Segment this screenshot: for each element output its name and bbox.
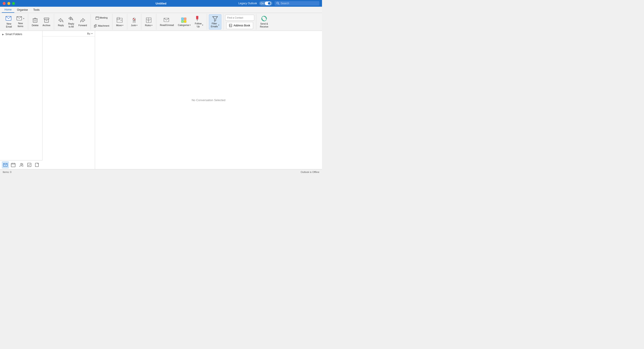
- new-email-icon: [5, 16, 12, 22]
- send-receive-label: Send &Receive: [260, 22, 268, 28]
- svg-point-0: [277, 2, 278, 4]
- filter-emails-button[interactable]: FilterEmails ▾: [209, 14, 222, 30]
- titlebar: Untitled Legacy Outlook On: [0, 0, 322, 7]
- ribbon-group-new: NewEmail ▾ NewItems: [2, 14, 28, 30]
- search-input[interactable]: [281, 2, 316, 5]
- delete-icon: [32, 17, 38, 23]
- svg-rect-24: [146, 18, 151, 23]
- svg-point-51: [22, 164, 23, 165]
- rules-button[interactable]: Rules ▾: [143, 14, 154, 30]
- move-button[interactable]: Move ▾: [114, 14, 125, 30]
- send-receive-icon: [261, 16, 268, 22]
- smart-folders-item[interactable]: ▶ Smart Folders: [0, 31, 42, 38]
- attachment-button[interactable]: Attachment: [92, 22, 111, 30]
- by-dropdown[interactable]: By: ▾: [87, 32, 92, 35]
- svg-rect-31: [181, 20, 184, 23]
- titlebar-right: Legacy Outlook On: [238, 1, 319, 6]
- filter-emails-label: FilterEmails: [211, 22, 218, 28]
- address-book-label: Address Book: [234, 24, 250, 27]
- move-dropdown-arrow: ▾: [122, 24, 124, 27]
- new-items-button[interactable]: ▾ NewItems: [15, 14, 26, 30]
- svg-point-44: [262, 16, 266, 21]
- toggle-knob: [268, 2, 270, 5]
- svg-marker-36: [213, 17, 218, 22]
- close-button[interactable]: [3, 2, 6, 5]
- tasks-nav-icon: [27, 163, 32, 167]
- filter-emails-dropdown-arrow: ▾: [218, 24, 219, 26]
- nav-calendar-button[interactable]: [10, 161, 17, 168]
- junk-icon: [131, 17, 138, 23]
- reply-label: Reply: [58, 24, 64, 27]
- minimize-button[interactable]: [8, 2, 10, 5]
- contacts-nav-icon: [19, 163, 24, 167]
- delete-label: Delete: [32, 24, 38, 27]
- read-unread-button[interactable]: Read/Unread: [158, 14, 176, 30]
- svg-rect-46: [11, 163, 15, 167]
- new-items-btn-container: ▾ NewItems: [15, 14, 26, 30]
- archive-button[interactable]: Archive: [41, 14, 52, 30]
- ribbon-group-delete: Delete Archive: [28, 14, 54, 30]
- svg-rect-52: [28, 163, 31, 167]
- svg-rect-29: [181, 18, 184, 20]
- notes-nav-icon: [35, 163, 39, 167]
- smart-folders-label: Smart Folders: [5, 33, 22, 36]
- new-items-icon: [16, 16, 23, 21]
- attachment-label: Attachment: [98, 25, 109, 27]
- rules-icon: [145, 17, 152, 23]
- follow-up-button[interactable]: FollowUp ▾: [193, 14, 205, 30]
- maximize-button[interactable]: [12, 2, 15, 5]
- toggle-on-label: On: [260, 2, 264, 5]
- window-title: Untitled: [156, 2, 166, 5]
- toggle-switch[interactable]: [265, 2, 271, 5]
- new-items-label: NewItems: [18, 22, 24, 28]
- forward-icon: [80, 17, 86, 23]
- nav-notes-button[interactable]: [34, 161, 41, 168]
- rules-dropdown-arrow: ▾: [152, 24, 152, 27]
- sidebar: ▶ Smart Folders: [0, 31, 42, 169]
- search-box[interactable]: [274, 1, 319, 6]
- ribbon-group-move: Move ▾: [112, 14, 127, 30]
- move-label: Move: [116, 24, 122, 27]
- categorise-button[interactable]: Categorise ▾: [176, 14, 193, 30]
- svg-line-21: [133, 20, 133, 23]
- reading-pane: No Conversation Selected: [95, 31, 322, 169]
- delete-button[interactable]: Delete: [30, 14, 40, 30]
- new-items-dropdown-arrow: ▾: [23, 18, 24, 20]
- menubar: Home Organise Tools: [0, 7, 322, 13]
- meeting-label: Meeting: [100, 17, 108, 19]
- reply-all-button[interactable]: Replyto All: [66, 14, 76, 30]
- read-unread-label: Read/Unread: [160, 24, 174, 27]
- follow-up-dropdown-arrow: ▾: [202, 24, 203, 26]
- svg-rect-37: [230, 24, 232, 27]
- find-contact-input[interactable]: [225, 15, 254, 21]
- window-controls: [3, 2, 15, 5]
- reply-button[interactable]: Reply: [56, 14, 66, 30]
- search-icon: [276, 2, 280, 5]
- sidebar-content: [0, 38, 42, 160]
- ribbon-group-actions: Read/Unread Categorise ▾ FollowUp ▾: [156, 14, 207, 30]
- nav-tasks-button[interactable]: [26, 161, 33, 168]
- junk-dropdown-arrow: ▾: [136, 24, 138, 27]
- junk-button[interactable]: Junk ▾: [129, 14, 139, 30]
- menu-organise[interactable]: Organise: [14, 7, 31, 13]
- svg-line-23: [135, 20, 135, 23]
- new-email-button[interactable]: NewEmail: [4, 14, 14, 30]
- reply-all-icon: [68, 16, 74, 22]
- rules-label: Rules: [145, 24, 151, 27]
- menu-home[interactable]: Home: [2, 7, 14, 13]
- svg-rect-10: [44, 18, 49, 19]
- forward-button[interactable]: Forward: [76, 14, 89, 30]
- by-dropdown-arrow: ▾: [92, 33, 92, 35]
- nav-mail-button[interactable]: [2, 161, 9, 168]
- meeting-button[interactable]: Meeting: [94, 14, 109, 22]
- legacy-toggle[interactable]: On: [259, 1, 272, 6]
- items-label: Items: 0: [3, 171, 12, 173]
- svg-line-1: [278, 4, 280, 5]
- address-book-button[interactable]: Address Book: [226, 22, 253, 29]
- menu-tools[interactable]: Tools: [31, 7, 42, 13]
- meeting-icon: [96, 16, 99, 20]
- statusbar: Items: 0 Outlook is Offline: [0, 169, 322, 175]
- nav-contacts-button[interactable]: [18, 161, 25, 168]
- send-receive-button[interactable]: Send &Receive: [258, 14, 270, 30]
- main-content: ▶ Smart Folders: [0, 31, 322, 169]
